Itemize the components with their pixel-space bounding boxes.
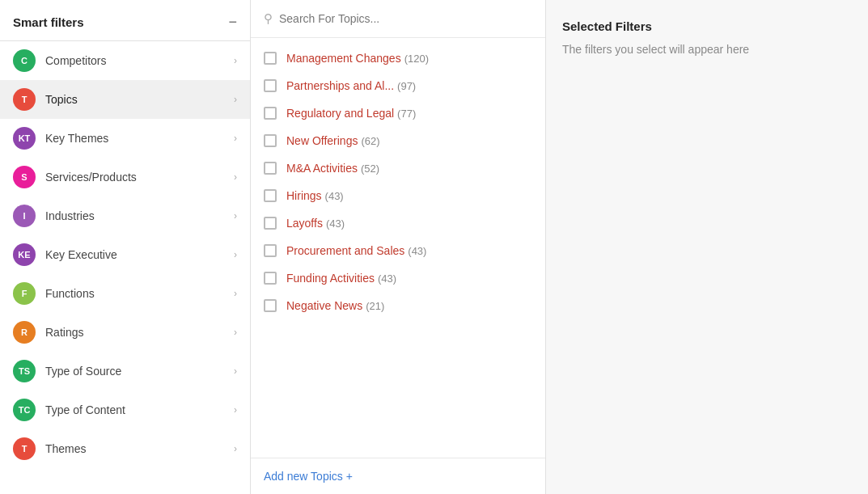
avatar-key-executive: KE	[13, 243, 36, 266]
sidebar-header: Smart filters −	[0, 0, 250, 41]
sidebar-item-key-themes[interactable]: KT Key Themes ›	[0, 119, 250, 158]
search-icon: ⚲	[264, 11, 273, 26]
avatar-type-of-content: TC	[13, 399, 36, 421]
topic-count-7: (43)	[408, 245, 426, 257]
chevron-icon-competitors: ›	[234, 55, 237, 66]
avatar-competitors: C	[13, 49, 36, 72]
sidebar-item-ratings[interactable]: R Ratings ›	[0, 313, 250, 352]
avatar-industries: I	[13, 205, 36, 227]
add-new-topics-button[interactable]: Add new Topics +	[264, 470, 353, 483]
avatar-themes: T	[13, 437, 36, 460]
topics-panel: ⚲ Management Changes (120) Partnerships …	[251, 0, 546, 494]
chevron-icon-type-of-content: ›	[234, 404, 237, 416]
chevron-icon-themes: ›	[234, 443, 237, 454]
topic-name-5: Hirings	[286, 189, 322, 202]
sidebar-title: Smart filters	[13, 15, 84, 29]
topic-name-0: Management Changes	[286, 52, 401, 65]
topic-count-1: (97)	[397, 80, 416, 92]
topic-item[interactable]: Partnerships and Al... (97)	[251, 72, 545, 99]
chevron-icon-industries: ›	[234, 210, 237, 222]
chevron-icon-services-products: ›	[234, 171, 237, 183]
sidebar-item-topics[interactable]: T Topics ›	[0, 80, 250, 119]
topic-item[interactable]: Regulatory and Legal (77)	[251, 99, 545, 127]
sidebar: Smart filters − C Competitors › T Topics…	[0, 0, 251, 494]
sidebar-item-competitors[interactable]: C Competitors ›	[0, 41, 250, 80]
topic-checkbox-5[interactable]	[264, 189, 277, 202]
selected-filters-description: The filters you select will appear here	[562, 43, 852, 56]
topic-name-7: Procurement and Sales	[286, 244, 404, 257]
sidebar-item-functions[interactable]: F Functions ›	[0, 274, 250, 313]
sidebar-label-competitors: Competitors	[45, 54, 234, 67]
sidebar-label-themes: Themes	[45, 442, 234, 455]
topic-count-6: (43)	[326, 217, 345, 230]
topic-name-4: M&A Activities	[286, 162, 358, 175]
sidebar-item-industries[interactable]: I Industries ›	[0, 196, 250, 235]
chevron-icon-key-themes: ›	[234, 133, 237, 144]
topic-checkbox-9[interactable]	[264, 299, 277, 312]
sidebar-item-type-of-content[interactable]: TC Type of Content ›	[0, 391, 250, 429]
selected-filters-panel: Selected Filters The filters you select …	[546, 0, 868, 494]
chevron-icon-key-executive: ›	[234, 249, 237, 260]
avatar-functions: F	[13, 282, 36, 305]
topic-checkbox-4[interactable]	[264, 162, 277, 175]
topic-count-0: (120)	[404, 53, 429, 65]
avatar-ratings: R	[13, 321, 36, 344]
topic-item[interactable]: M&A Activities (52)	[251, 154, 545, 182]
search-bar: ⚲	[251, 0, 545, 38]
topic-count-3: (62)	[361, 135, 379, 147]
topic-count-5: (43)	[325, 190, 344, 202]
sidebar-label-type-of-content: Type of Content	[45, 403, 234, 416]
sidebar-label-key-themes: Key Themes	[45, 132, 234, 145]
sidebar-label-key-executive: Key Executive	[45, 248, 234, 261]
sidebar-item-themes[interactable]: T Themes ›	[0, 429, 250, 468]
topic-name-2: Regulatory and Legal	[286, 107, 394, 120]
topic-item[interactable]: Funding Activities (43)	[251, 264, 545, 292]
topics-list: Management Changes (120) Partnerships an…	[251, 38, 545, 458]
minimize-button[interactable]: −	[228, 15, 237, 29]
sidebar-label-topics: Topics	[45, 93, 234, 106]
sidebar-label-industries: Industries	[45, 209, 234, 222]
topic-checkbox-1[interactable]	[264, 79, 277, 92]
search-input[interactable]	[279, 12, 532, 25]
topic-checkbox-6[interactable]	[264, 217, 277, 230]
topic-count-8: (43)	[378, 272, 396, 285]
topic-checkbox-3[interactable]	[264, 134, 277, 147]
topic-name-8: Funding Activities	[286, 272, 375, 285]
topic-item[interactable]: Procurement and Sales (43)	[251, 237, 545, 264]
topic-count-4: (52)	[361, 163, 379, 175]
topic-checkbox-0[interactable]	[264, 52, 277, 65]
topic-name-1: Partnerships and Al...	[286, 79, 394, 92]
avatar-key-themes: KT	[13, 127, 36, 150]
selected-filters-title: Selected Filters	[562, 19, 852, 33]
topic-name-9: Negative News	[286, 299, 362, 312]
topic-checkbox-8[interactable]	[264, 272, 277, 285]
sidebar-item-type-of-source[interactable]: TS Type of Source ›	[0, 352, 250, 391]
topic-item[interactable]: Management Changes (120)	[251, 44, 545, 72]
chevron-icon-type-of-source: ›	[234, 365, 237, 377]
avatar-services-products: S	[13, 166, 36, 188]
chevron-icon-ratings: ›	[234, 327, 237, 338]
topic-count-9: (21)	[366, 300, 384, 312]
chevron-icon-functions: ›	[234, 288, 237, 299]
sidebar-item-services-products[interactable]: S Services/Products ›	[0, 158, 250, 196]
avatar-topics: T	[13, 88, 36, 111]
topic-checkbox-2[interactable]	[264, 107, 277, 120]
avatar-type-of-source: TS	[13, 360, 36, 382]
sidebar-item-key-executive[interactable]: KE Key Executive ›	[0, 235, 250, 274]
chevron-icon-topics: ›	[234, 94, 237, 105]
topic-item[interactable]: Negative News (21)	[251, 292, 545, 319]
topic-name-6: Layoffs	[286, 217, 323, 230]
topic-name-3: New Offerings	[286, 134, 358, 147]
topic-checkbox-7[interactable]	[264, 244, 277, 257]
topic-item[interactable]: Layoffs (43)	[251, 209, 545, 237]
sidebar-label-services-products: Services/Products	[45, 171, 234, 184]
topic-item[interactable]: Hirings (43)	[251, 182, 545, 209]
add-new-section: Add new Topics +	[251, 458, 545, 494]
topic-count-2: (77)	[397, 108, 416, 120]
topic-item[interactable]: New Offerings (62)	[251, 127, 545, 154]
sidebar-label-type-of-source: Type of Source	[45, 365, 234, 378]
sidebar-label-functions: Functions	[45, 287, 234, 300]
sidebar-items-list: C Competitors › T Topics › KT Key Themes…	[0, 41, 250, 468]
sidebar-label-ratings: Ratings	[45, 326, 234, 339]
